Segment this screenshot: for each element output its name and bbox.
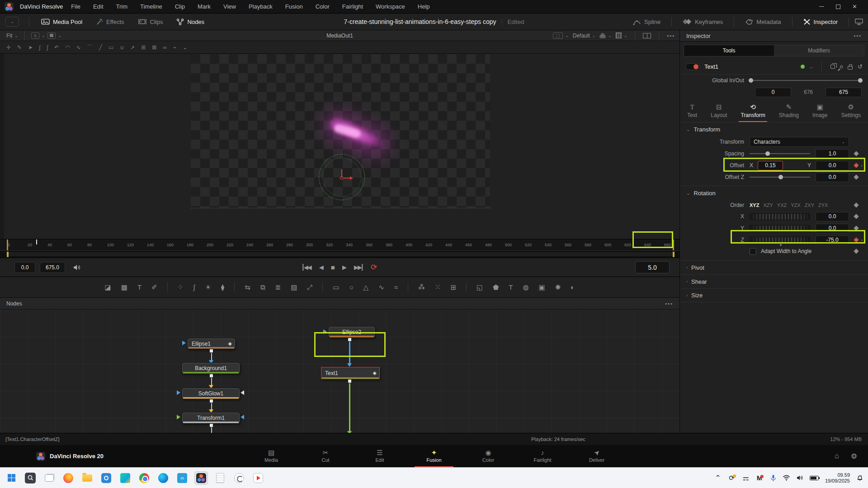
menu-item-fairlight[interactable]: Fairlight bbox=[342, 3, 363, 10]
node-color-dot[interactable] bbox=[801, 65, 805, 69]
zoom-mode-select[interactable]: Fit⌄ bbox=[6, 33, 18, 39]
render-range-end-field[interactable]: 675.0 bbox=[40, 262, 65, 273]
clips-button[interactable]: Clips bbox=[132, 16, 169, 28]
rotation-y-keyframe-diamond[interactable] bbox=[854, 225, 859, 230]
minimize-button[interactable] bbox=[819, 6, 824, 7]
page-media[interactable]: ▤Media bbox=[252, 447, 291, 465]
ellipse-mask-icon[interactable]: ○ bbox=[349, 283, 354, 291]
speaker-icon[interactable] bbox=[797, 475, 803, 481]
transform1-input-triangle[interactable] bbox=[177, 415, 180, 419]
proxy-options[interactable]: ⬚⌄ bbox=[553, 33, 569, 39]
node-ellipse2[interactable]: Ellipse2 bbox=[329, 327, 375, 338]
softglow1-input-triangle[interactable] bbox=[177, 390, 180, 395]
rotation-y-field[interactable]: 0.0 bbox=[816, 224, 849, 233]
taskbar-notepad[interactable] bbox=[213, 471, 227, 485]
tray-expand-chevron[interactable]: ⌃ bbox=[715, 474, 721, 482]
inspector-menu[interactable]: ••• bbox=[854, 33, 862, 38]
viewer-options-menu[interactable]: ••• bbox=[667, 33, 675, 38]
transform-section-header[interactable]: ⌄Transform bbox=[680, 122, 868, 136]
current-frame-field[interactable]: 5.0 bbox=[635, 261, 670, 273]
shear-section-header[interactable]: ›Shear bbox=[680, 274, 868, 288]
chevron-down-icon[interactable]: ⌄ bbox=[810, 65, 813, 69]
spacing-slider[interactable] bbox=[750, 153, 810, 154]
offset-z-knob[interactable] bbox=[778, 175, 783, 179]
publish-tool-icon[interactable]: ➚ bbox=[130, 44, 135, 51]
lut-select[interactable]: Default⌄ bbox=[573, 33, 596, 39]
make-group-tool-icon[interactable]: ⊞ bbox=[141, 44, 146, 51]
sync-icon[interactable]: ⟳ bbox=[727, 474, 736, 482]
node-enable-toggle[interactable] bbox=[685, 63, 700, 70]
versions-icon[interactable] bbox=[830, 65, 835, 69]
menu-item-playback[interactable]: Playback bbox=[249, 3, 273, 10]
page-cut[interactable]: ✂Cut bbox=[306, 447, 345, 465]
colorcorrector-tool-icon[interactable]: ☀ bbox=[205, 283, 211, 291]
close-button[interactable]: ✕ bbox=[852, 3, 857, 10]
spline-button[interactable]: Spline bbox=[627, 16, 666, 28]
particle-emitter-icon[interactable]: ⁂ bbox=[418, 283, 425, 291]
adjust-tool-icon[interactable]: ✛ bbox=[6, 44, 11, 51]
line-tool-icon[interactable]: ╱ bbox=[99, 44, 102, 51]
fastnoise-tool-icon[interactable]: ▩ bbox=[121, 283, 127, 291]
arc-tool-icon[interactable]: ◠ bbox=[65, 44, 70, 51]
viewer-canvas[interactable] bbox=[0, 54, 679, 239]
menu-item-clip[interactable]: Clip bbox=[175, 3, 185, 10]
reset-icon[interactable]: ↺ bbox=[858, 63, 863, 70]
timeline-scrollbar[interactable] bbox=[0, 250, 679, 258]
taskbar-media-player[interactable] bbox=[251, 471, 265, 485]
render-range-start-field[interactable]: 0.0 bbox=[14, 262, 35, 273]
go-to-end-button[interactable]: ▶▶ bbox=[354, 264, 363, 271]
sample-tool-icon[interactable]: ⌁ bbox=[173, 44, 176, 51]
ellipse2-input-triangle[interactable] bbox=[323, 329, 327, 334]
taskbar-vscode[interactable]: ‹› bbox=[175, 471, 189, 485]
ellipse1-output-connector[interactable] bbox=[209, 349, 213, 353]
menu-item-fusion[interactable]: Fusion bbox=[285, 3, 303, 10]
resize-tool-icon[interactable]: ⤢ bbox=[307, 283, 312, 291]
transform1-output-connector[interactable] bbox=[209, 423, 213, 427]
tab-transform[interactable]: ⟲Transform bbox=[739, 103, 767, 122]
taskbar-photos[interactable] bbox=[99, 471, 113, 485]
play-button[interactable]: ▶ bbox=[342, 264, 346, 271]
text-tool-icon[interactable]: T bbox=[137, 283, 142, 291]
freehand-tool-icon[interactable]: ∿ bbox=[76, 44, 81, 51]
ellipse1-input-triangle[interactable] bbox=[182, 341, 186, 345]
order-option-xyz[interactable]: XYZ bbox=[750, 202, 759, 208]
playhead[interactable] bbox=[36, 239, 37, 244]
microphone-icon[interactable] bbox=[770, 474, 776, 482]
battery-icon[interactable] bbox=[810, 476, 819, 480]
tab-tools[interactable]: Tools bbox=[684, 45, 774, 56]
colorcurves-tool-icon[interactable]: ∫ bbox=[193, 283, 195, 291]
node-ellipse1[interactable]: Ellipse1◈ bbox=[188, 338, 235, 349]
search-button[interactable] bbox=[24, 471, 37, 485]
wifi-icon[interactable] bbox=[783, 475, 790, 481]
timeline-ruler[interactable]: 0204060801001201401601802002202402602803… bbox=[0, 239, 679, 250]
maximize-button[interactable] bbox=[836, 5, 840, 9]
rotation-z-keyframe-diamond[interactable] bbox=[854, 237, 859, 242]
audio-mute-icon[interactable] bbox=[73, 264, 81, 271]
keyframes-button[interactable]: Keyframes bbox=[677, 16, 728, 28]
insert-point-tool-icon[interactable]: ➤ bbox=[28, 44, 33, 51]
offset-expand-chevron[interactable]: › bbox=[861, 163, 864, 168]
offset-z-field[interactable]: 0.0 bbox=[816, 173, 849, 182]
spacing-keyframe-diamond[interactable] bbox=[854, 151, 859, 156]
ui-layout-dropdown[interactable]: ⌄ bbox=[5, 17, 19, 27]
rotation-z-expand-chevron[interactable]: › bbox=[861, 237, 864, 243]
global-out-handle[interactable] bbox=[858, 78, 863, 83]
viewer-vertical-scrollbar[interactable] bbox=[0, 54, 4, 239]
tab-text[interactable]: TText bbox=[685, 103, 699, 122]
effects-button[interactable]: Effects bbox=[90, 16, 130, 28]
offset-y-field[interactable]: 0.0 bbox=[816, 161, 849, 170]
size-section-header[interactable]: ›Size bbox=[680, 288, 868, 302]
pivot-section-header[interactable]: ›Pivot bbox=[680, 260, 868, 274]
menu-item-edit[interactable]: Edit bbox=[93, 3, 103, 10]
duplicate-tool-icon[interactable]: ⧉ bbox=[260, 283, 265, 291]
tray-m-app-icon[interactable]: M bbox=[755, 474, 764, 482]
order-option-yxz[interactable]: YXZ bbox=[777, 202, 787, 208]
clock[interactable]: 09.59 19/09/2025 bbox=[825, 472, 850, 484]
fill-select[interactable]: ⌄ bbox=[47, 33, 61, 39]
rectangle-mask-icon[interactable]: ▭ bbox=[333, 283, 339, 291]
marquee-tool-icon[interactable]: ▭ bbox=[108, 44, 113, 51]
particle-render-icon[interactable]: ⊞ bbox=[451, 283, 457, 291]
taskbar-edge[interactable] bbox=[156, 471, 170, 485]
page-edit[interactable]: ☰Edit bbox=[360, 447, 399, 465]
ellipse2-output-connector[interactable] bbox=[348, 338, 352, 342]
